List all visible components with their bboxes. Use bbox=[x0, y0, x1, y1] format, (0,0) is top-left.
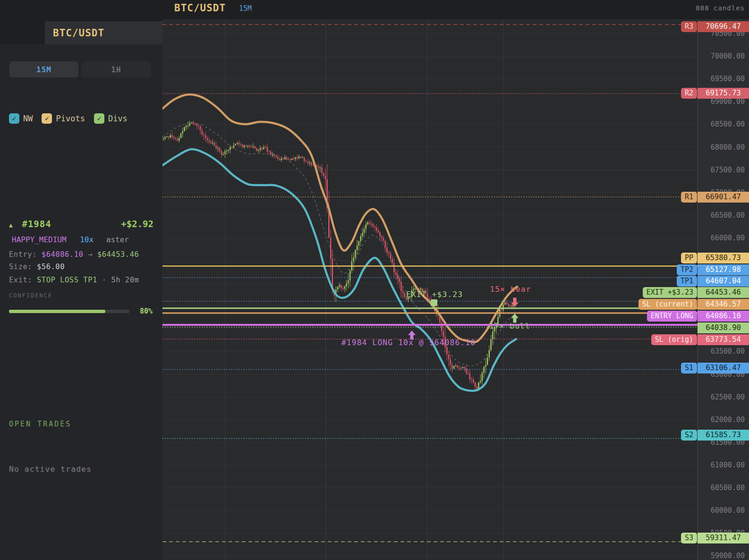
level-price-tp1: 64607.04 bbox=[698, 276, 749, 287]
timeframe-button-1h[interactable]: 1H bbox=[82, 61, 151, 77]
indicator-toggles: ✓ NW ✓ Pivots ✓ Divs bbox=[9, 113, 136, 124]
trade-size-line: Size: $56.00 bbox=[9, 263, 65, 271]
size-value: $56.00 bbox=[37, 263, 65, 271]
trade-pnl: +$2.92 bbox=[121, 219, 153, 229]
venue-name: aster bbox=[106, 235, 129, 244]
open-trades-heading: OPEN TRADES bbox=[9, 420, 71, 428]
leverage-badge: 10x bbox=[80, 235, 94, 244]
level-label-entry[interactable]: ENTRY LONG64086.10 bbox=[647, 311, 749, 322]
strategy-name: HAPPY_MEDIUM bbox=[12, 235, 67, 244]
checkbox-checked-icon[interactable]: ✓ bbox=[42, 113, 52, 124]
toggle-divs-label: Divs bbox=[108, 114, 128, 123]
level-tag-tp2: TP2 bbox=[677, 264, 697, 275]
level-tag-sl_orig: SL (orig) bbox=[651, 334, 697, 345]
trade-entry-label: #1984 LONG 10x @ $64086.10 bbox=[341, 338, 476, 347]
level-tag-exit: EXIT +$3.23 bbox=[643, 287, 697, 298]
y-axis-tick-label: 69000.00 bbox=[698, 98, 745, 105]
level-tag-r3: R3 bbox=[681, 21, 697, 32]
toggle-pivots-label: Pivots bbox=[56, 114, 85, 123]
level-label-tp1[interactable]: TP164607.04 bbox=[677, 276, 749, 287]
trade-card-header: ▲ #1984 +$2.92 bbox=[9, 219, 153, 229]
exit-reason-value: STOP LOSS TP1 bbox=[37, 276, 97, 284]
trading-terminal: #1984 LONG 10x @ $64086.10EXIT +$3.2315×… bbox=[0, 0, 749, 560]
level-label-sl_orig[interactable]: SL (orig)63773.54 bbox=[651, 334, 749, 345]
trade-exit-label: EXIT +$3.23 bbox=[406, 290, 463, 299]
confidence-progressbar bbox=[9, 310, 129, 313]
exit-price-value: $64453.46 bbox=[97, 250, 139, 259]
level-label-sl_cur[interactable]: SL (current)64346.57 bbox=[638, 299, 749, 310]
toggle-pivots[interactable]: ✓ Pivots bbox=[42, 113, 85, 124]
level-label-r1[interactable]: R166901.47 bbox=[681, 192, 749, 203]
y-axis-tick-label: 59000.00 bbox=[698, 552, 745, 560]
symbol-label: BTC/USDT bbox=[53, 27, 104, 39]
level-label-r2[interactable]: R269175.73 bbox=[681, 88, 749, 99]
level-label-current[interactable]: 64038.90 bbox=[698, 322, 749, 333]
checkbox-checked-icon[interactable]: ✓ bbox=[94, 113, 104, 124]
level-tag-pp: PP bbox=[681, 253, 697, 263]
level-label-s3[interactable]: S359311.47 bbox=[681, 533, 749, 543]
level-price-r3: 70696.47 bbox=[698, 21, 749, 32]
confidence-label: CONFIDENCE bbox=[9, 292, 52, 299]
y-axis-tick-label: 62000.00 bbox=[698, 416, 745, 424]
chart-symbol-title: BTC/USDT bbox=[174, 2, 226, 14]
long-direction-icon: ▲ bbox=[9, 221, 13, 229]
timeframe-button-15m[interactable]: 15M bbox=[9, 61, 78, 77]
symbol-header: BTC/USDT bbox=[45, 21, 162, 44]
level-price-s2: 61585.73 bbox=[698, 430, 749, 441]
y-axis-tick-label: 61000.00 bbox=[698, 461, 745, 469]
level-label-tp2[interactable]: TP265127.98 bbox=[677, 264, 749, 275]
confidence-progress-fill bbox=[9, 310, 105, 313]
y-axis-tick-label: 66500.00 bbox=[698, 212, 745, 219]
sidebar: BTC/USDT 15M 1H ✓ NW ✓ Pivots ✓ Divs bbox=[0, 0, 162, 560]
trade-meta: HAPPY_MEDIUM 10x aster bbox=[12, 235, 129, 244]
confidence-percent: 80% bbox=[140, 307, 153, 315]
y-axis-tick-label: 70000.00 bbox=[698, 52, 745, 60]
level-label-exit[interactable]: EXIT +$3.2364453.46 bbox=[643, 287, 749, 298]
y-axis-tick-label: 60000.00 bbox=[698, 507, 745, 514]
level-price-s3: 59311.47 bbox=[698, 533, 749, 543]
level-tag-tp1: TP1 bbox=[677, 276, 697, 287]
open-trades-empty-state: No active trades bbox=[9, 465, 92, 474]
y-axis-tick-label: 60500.00 bbox=[698, 484, 745, 492]
candle-count-status: 808 candles bbox=[696, 4, 745, 12]
toggle-nw-label: NW bbox=[23, 114, 33, 123]
checkbox-checked-icon[interactable]: ✓ bbox=[9, 113, 19, 124]
y-axis-tick-label: 66000.00 bbox=[698, 234, 745, 242]
y-axis-tick-label: 62500.00 bbox=[698, 393, 745, 401]
level-label-s1[interactable]: S163106.47 bbox=[681, 363, 749, 373]
level-price-entry: 64086.10 bbox=[698, 311, 749, 322]
level-price-sl_orig: 63773.54 bbox=[698, 334, 749, 345]
y-axis-tick-label: 67500.00 bbox=[698, 166, 745, 174]
chart-timeframe-badge: 15M bbox=[239, 4, 252, 13]
trade-entry-line: Entry: $64086.10 → $64453.46 bbox=[9, 250, 139, 259]
toggle-nw[interactable]: ✓ NW bbox=[9, 113, 33, 124]
level-price-tp2: 65127.98 bbox=[698, 264, 749, 275]
level-tag-r2: R2 bbox=[681, 88, 697, 99]
trade-id: #1984 bbox=[22, 219, 51, 229]
level-tag-r1: R1 bbox=[681, 192, 697, 203]
level-tag-s3: S3 bbox=[681, 533, 697, 543]
level-price-r2: 69175.73 bbox=[698, 88, 749, 99]
trade-exit-marker[interactable] bbox=[431, 299, 437, 306]
level-label-s2[interactable]: S261585.73 bbox=[681, 430, 749, 441]
level-tag-s2: S2 bbox=[681, 430, 697, 441]
bear-divergence-label: 15× bear bbox=[490, 285, 531, 294]
trade-exit-line: Exit: STOP LOSS TP1 · 5h 20m bbox=[9, 276, 139, 284]
bull-divergence-label: 17× bull bbox=[489, 322, 530, 331]
y-axis-tick-label: 69500.00 bbox=[698, 75, 745, 83]
level-price-s1: 63106.47 bbox=[698, 363, 749, 373]
timeframe-switcher: 15M 1H bbox=[9, 61, 151, 77]
toggle-divs[interactable]: ✓ Divs bbox=[94, 113, 128, 124]
level-label-pp[interactable]: PP65380.73 bbox=[681, 253, 749, 263]
level-price-sl_cur: 64346.57 bbox=[698, 299, 749, 310]
entry-price-value: $64086.10 bbox=[42, 250, 84, 259]
level-price-pp: 65380.73 bbox=[698, 253, 749, 263]
level-price-current: 64038.90 bbox=[698, 322, 749, 333]
y-axis-tick-label: 68000.00 bbox=[698, 144, 745, 151]
level-label-r3[interactable]: R370696.47 bbox=[681, 21, 749, 32]
trade-duration: 5h 20m bbox=[111, 276, 139, 284]
level-tag-sl_cur: SL (current) bbox=[638, 299, 697, 310]
y-axis-tick-label: 68500.00 bbox=[698, 120, 745, 128]
level-tag-s1: S1 bbox=[681, 363, 697, 373]
level-tag-entry: ENTRY LONG bbox=[647, 311, 697, 322]
